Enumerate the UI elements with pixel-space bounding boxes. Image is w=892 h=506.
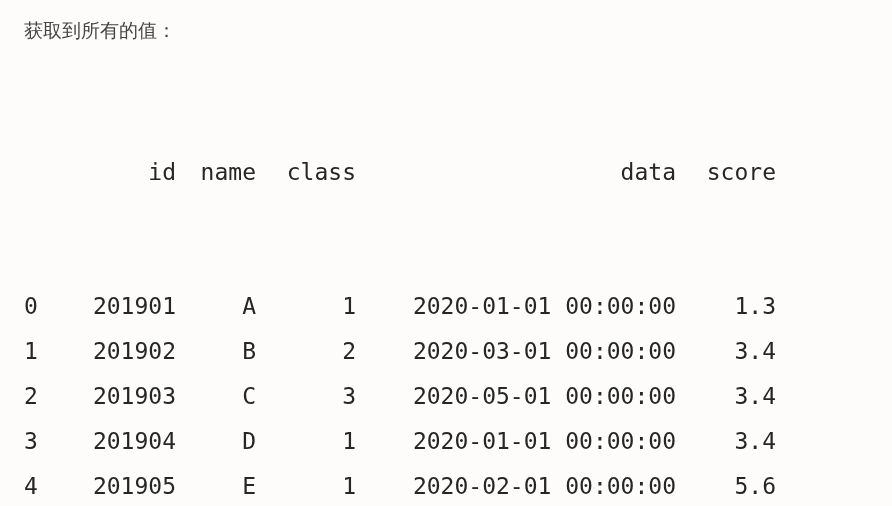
table-row: 0201901A12020-01-01 00:00:001.3 <box>24 284 868 329</box>
cell-id: 201903 <box>64 374 184 419</box>
header-id: id <box>64 150 184 195</box>
table-row: 4201905E12020-02-01 00:00:005.6 <box>24 464 868 506</box>
table-row: 3201904D12020-01-01 00:00:003.4 <box>24 419 868 464</box>
cell-class: 2 <box>264 329 364 374</box>
cell-index: 2 <box>24 374 64 419</box>
header-index <box>24 150 64 195</box>
cell-index: 1 <box>24 329 64 374</box>
cell-id: 201904 <box>64 419 184 464</box>
cell-class: 1 <box>264 419 364 464</box>
cell-data: 2020-02-01 00:00:00 <box>364 464 684 506</box>
cell-score: 3.4 <box>684 374 784 419</box>
cell-data: 2020-05-01 00:00:00 <box>364 374 684 419</box>
cell-name: B <box>184 329 264 374</box>
cell-class: 3 <box>264 374 364 419</box>
cell-id: 201905 <box>64 464 184 506</box>
cell-index: 4 <box>24 464 64 506</box>
cell-data: 2020-03-01 00:00:00 <box>364 329 684 374</box>
cell-data: 2020-01-01 00:00:00 <box>364 284 684 329</box>
header-name-col: name <box>184 150 264 195</box>
cell-class: 1 <box>264 464 364 506</box>
cell-id: 201901 <box>64 284 184 329</box>
cell-score: 3.4 <box>684 419 784 464</box>
cell-name: D <box>184 419 264 464</box>
table-row: 1201902B22020-03-01 00:00:003.4 <box>24 329 868 374</box>
cell-score: 3.4 <box>684 329 784 374</box>
cell-score: 5.6 <box>684 464 784 506</box>
header-score: score <box>684 150 784 195</box>
output-title: 获取到所有的值： <box>24 18 868 44</box>
header-data: data <box>364 150 684 195</box>
cell-name: A <box>184 284 264 329</box>
cell-name: C <box>184 374 264 419</box>
cell-name: E <box>184 464 264 506</box>
header-class: class <box>264 150 364 195</box>
cell-index: 3 <box>24 419 64 464</box>
cell-id: 201902 <box>64 329 184 374</box>
table-row: 2201903C32020-05-01 00:00:003.4 <box>24 374 868 419</box>
cell-score: 1.3 <box>684 284 784 329</box>
dataframe-output: id name class data score 0201901A12020-0… <box>24 60 868 506</box>
cell-data: 2020-01-01 00:00:00 <box>364 419 684 464</box>
cell-index: 0 <box>24 284 64 329</box>
cell-class: 1 <box>264 284 364 329</box>
table-header-row: id name class data score <box>24 150 868 195</box>
